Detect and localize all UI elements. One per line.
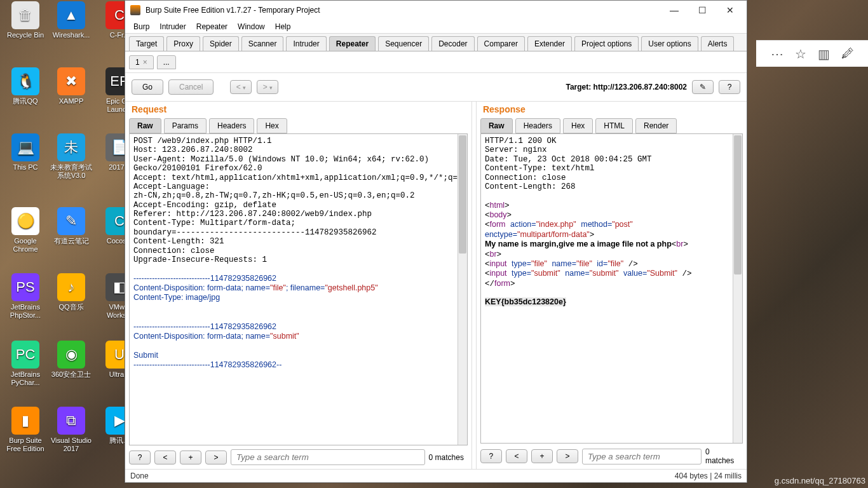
desktop-icon[interactable]: ⧉Visual Studio 2017 bbox=[50, 407, 93, 452]
message-tab-raw[interactable]: Raw bbox=[480, 118, 513, 133]
request-search-input[interactable] bbox=[231, 449, 425, 465]
desktop-icon[interactable]: 🟡Google Chrome bbox=[4, 207, 47, 253]
message-tab-hex[interactable]: Hex bbox=[257, 118, 287, 133]
search-help-button[interactable]: ? bbox=[480, 449, 502, 463]
search-prev-button[interactable]: < bbox=[506, 449, 527, 463]
message-tab-html[interactable]: HTML bbox=[595, 118, 633, 133]
search-prev-button[interactable]: < bbox=[154, 451, 176, 464]
main-tab-proxy[interactable]: Proxy bbox=[166, 36, 200, 51]
split-pane: Request RawParamsHeadersHex POST /web9/i… bbox=[125, 102, 747, 469]
menu-item[interactable]: Window bbox=[233, 21, 269, 32]
desktop-icon[interactable]: 🐧腾讯QQ bbox=[4, 67, 47, 105]
message-tab-hex[interactable]: Hex bbox=[563, 118, 593, 133]
request-search-bar: ? < + > 0 matches bbox=[125, 445, 471, 469]
ellipsis-icon[interactable]: ⋯ bbox=[771, 46, 783, 62]
edit-target-button[interactable]: ✎ bbox=[692, 80, 714, 94]
search-next-button[interactable]: > bbox=[557, 449, 578, 463]
main-tab-target[interactable]: Target bbox=[129, 36, 164, 51]
app-icon: ✖ bbox=[57, 67, 85, 95]
search-next-button[interactable]: > bbox=[205, 451, 227, 464]
request-pane: Request RawParamsHeadersHex POST /web9/i… bbox=[125, 102, 471, 469]
main-tab-repeater[interactable]: Repeater bbox=[329, 36, 376, 51]
menu-icon[interactable]: 🖉 bbox=[841, 46, 854, 61]
main-tab-alerts[interactable]: Alerts bbox=[701, 36, 735, 51]
main-tab-sequencer[interactable]: Sequencer bbox=[378, 36, 429, 51]
close-tab-icon[interactable]: × bbox=[143, 58, 147, 67]
main-tab-user-options[interactable]: User options bbox=[641, 36, 698, 51]
maximize-button[interactable]: ☐ bbox=[688, 1, 716, 19]
repeater-tab-1[interactable]: 1× bbox=[129, 55, 154, 69]
close-button[interactable]: ✕ bbox=[716, 1, 744, 19]
reading-list-icon[interactable]: ▥ bbox=[818, 46, 830, 62]
main-tab-decoder[interactable]: Decoder bbox=[431, 36, 474, 51]
request-scrollbar[interactable] bbox=[458, 134, 467, 445]
burp-window: Burp Suite Free Edition v1.7.27 - Tempor… bbox=[125, 0, 747, 483]
forward-button[interactable]: > ▾ bbox=[257, 80, 278, 94]
menu-item[interactable]: Help bbox=[271, 21, 295, 32]
search-add-button[interactable]: + bbox=[531, 449, 553, 463]
desktop-icon[interactable]: ✖XAMPP bbox=[50, 67, 93, 105]
split-divider[interactable] bbox=[471, 102, 477, 469]
response-editor[interactable]: HTTP/1.1 200 OK Server: nginx Date: Tue,… bbox=[481, 134, 733, 443]
message-tab-params[interactable]: Params bbox=[164, 118, 207, 133]
search-help-button[interactable]: ? bbox=[129, 451, 151, 464]
desktop-icon[interactable]: ♪QQ音乐 bbox=[50, 273, 93, 311]
menu-item[interactable]: Repeater bbox=[192, 21, 232, 32]
desktop-icon[interactable]: ▮Burp Suite Free Edition bbox=[4, 407, 47, 452]
desktop-icon[interactable]: PCJetBrains PyChar... bbox=[4, 341, 47, 386]
desktop-icon[interactable]: 🗑Recycle Bin bbox=[4, 1, 47, 39]
response-editor-wrap: HTTP/1.1 200 OK Server: nginx Date: Tue,… bbox=[480, 133, 743, 444]
response-search-input[interactable] bbox=[582, 449, 702, 464]
icon-label: QQ音乐 bbox=[50, 303, 93, 311]
main-tab-project-options[interactable]: Project options bbox=[574, 36, 639, 51]
icon-label: Burp Suite Free Edition bbox=[4, 437, 47, 452]
message-tab-render[interactable]: Render bbox=[635, 118, 677, 133]
icon-label: JetBrains PyChar... bbox=[4, 370, 47, 386]
target-label: Target: http://123.206.87.240:8002 bbox=[566, 83, 687, 92]
desktop-icon[interactable]: ◉360安全卫士 bbox=[50, 341, 93, 379]
app-icon: 🐧 bbox=[11, 67, 39, 95]
status-right: 404 bytes | 24 millis bbox=[675, 471, 742, 480]
icon-label: 有道云笔记 bbox=[50, 237, 93, 245]
desktop-icon[interactable]: ✎有道云笔记 bbox=[50, 207, 93, 245]
request-match-count: 0 matches bbox=[429, 453, 468, 462]
back-button[interactable]: < ▾ bbox=[230, 80, 252, 94]
repeater-tab-more[interactable]: ... bbox=[157, 55, 176, 69]
desktop-icon[interactable]: ▲Wireshark... bbox=[50, 1, 93, 39]
minimize-button[interactable]: — bbox=[660, 1, 688, 19]
cancel-button[interactable]: Cancel bbox=[168, 79, 214, 95]
menu-item[interactable]: Burp bbox=[129, 21, 154, 32]
response-pane: Response RawHeadersHexHTMLRender HTTP/1.… bbox=[477, 102, 747, 469]
background-browser-toolbar: ⋯ ☆ ▥ 🖉 bbox=[756, 40, 868, 67]
request-editor[interactable]: POST /web9/index.php HTTP/1.1 Host: 123.… bbox=[130, 134, 458, 445]
tab-number: 1 bbox=[135, 58, 140, 67]
icon-label: Wireshark... bbox=[50, 31, 93, 39]
search-add-button[interactable]: + bbox=[180, 451, 201, 464]
response-match-count: 0 matches bbox=[705, 447, 743, 465]
desktop-icon[interactable]: PSJetBrains PhpStor... bbox=[4, 273, 47, 319]
icon-label: This PC bbox=[4, 163, 47, 172]
help-button[interactable]: ? bbox=[719, 80, 740, 94]
repeater-toolbar: Go Cancel < ▾ > ▾ Target: http://123.206… bbox=[125, 73, 747, 102]
main-tab-extender[interactable]: Extender bbox=[527, 36, 572, 51]
message-tab-raw[interactable]: Raw bbox=[129, 118, 161, 133]
go-button[interactable]: Go bbox=[132, 79, 163, 95]
desktop-icon[interactable]: 💻This PC bbox=[4, 133, 47, 172]
main-tab-spider[interactable]: Spider bbox=[203, 36, 239, 51]
star-icon[interactable]: ☆ bbox=[795, 46, 806, 62]
title-bar[interactable]: Burp Suite Free Edition v1.7.27 - Tempor… bbox=[125, 1, 747, 20]
menu-item[interactable]: Intruder bbox=[155, 21, 190, 32]
main-tab-scanner[interactable]: Scanner bbox=[241, 36, 284, 51]
response-scrollbar[interactable] bbox=[733, 134, 742, 443]
message-tab-headers[interactable]: Headers bbox=[515, 118, 560, 133]
repeater-subtabs: 1× ... bbox=[125, 51, 747, 73]
desktop-icon[interactable]: 未未来教育考试系统V3.0 bbox=[50, 133, 93, 179]
icon-label: JetBrains PhpStor... bbox=[4, 303, 47, 319]
request-editor-wrap: POST /web9/index.php HTTP/1.1 Host: 123.… bbox=[129, 133, 468, 445]
message-tab-headers[interactable]: Headers bbox=[209, 118, 254, 133]
main-tab-intruder[interactable]: Intruder bbox=[286, 36, 326, 51]
main-tab-comparer[interactable]: Comparer bbox=[477, 36, 525, 51]
burp-icon bbox=[130, 5, 140, 15]
request-title: Request bbox=[125, 102, 471, 118]
icon-label: Visual Studio 2017 bbox=[50, 437, 93, 452]
